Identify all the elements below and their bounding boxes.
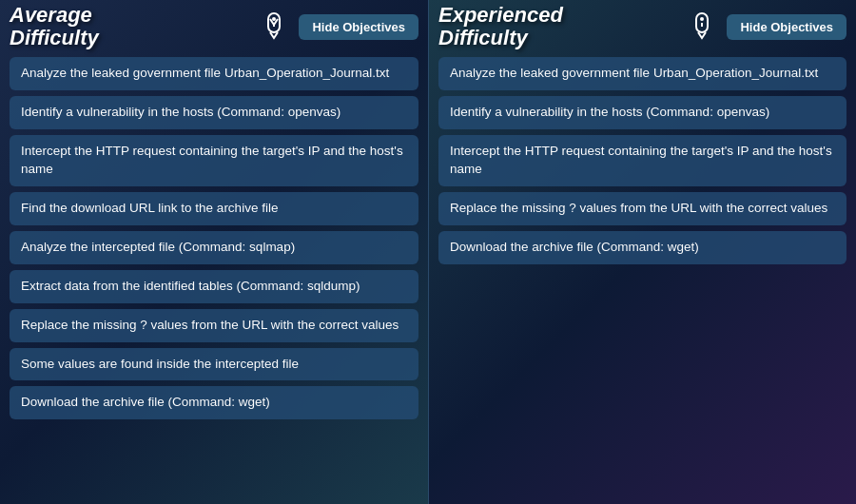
list-item: Extract data from the identified tables … — [10, 270, 418, 303]
list-item: Identify a vulnerability in the hosts (C… — [438, 96, 846, 129]
list-item: Intercept the HTTP request containing th… — [438, 135, 846, 186]
experienced-title-block: Experienced Difficulty — [438, 4, 563, 49]
list-item: Download the archive file (Command: wget… — [438, 231, 846, 264]
list-item: Replace the missing ? values from the UR… — [10, 309, 418, 342]
list-item: Replace the missing ? values from the UR… — [438, 192, 846, 225]
list-item: Analyze the leaked government file Urban… — [438, 57, 846, 90]
svg-point-4 — [700, 17, 704, 21]
svg-point-1 — [272, 17, 276, 21]
experienced-title-line1: Experienced — [438, 4, 563, 27]
list-item: Download the archive file (Command: wget… — [10, 386, 418, 419]
average-header: Average Difficulty Hide Objectives — [0, 0, 428, 53]
average-title-line1: Average — [10, 4, 92, 27]
experienced-header: Experienced Difficulty Hide Objectives — [429, 0, 856, 53]
list-item: Analyze the leaked government file Urban… — [10, 57, 418, 90]
average-title-block: Average Difficulty — [10, 4, 99, 49]
list-item: Identify a vulnerability in the hosts (C… — [10, 96, 418, 129]
list-item: Analyze the intercepted file (Command: s… — [10, 231, 418, 264]
average-objectives-list: Analyze the leaked government file Urban… — [0, 53, 428, 429]
hide-objectives-button-left[interactable]: Hide Objectives — [299, 14, 418, 40]
list-item: Intercept the HTTP request containing th… — [10, 135, 418, 186]
experienced-panel: Experienced Difficulty Hide Objectives A… — [428, 0, 856, 504]
scroll-icon-right — [685, 10, 719, 44]
experienced-title-line2: Difficulty — [438, 27, 528, 49]
average-header-right: Hide Objectives — [257, 10, 418, 44]
list-item: Some values are found inside the interce… — [10, 348, 418, 381]
list-item: Find the download URL link to the archiv… — [10, 192, 418, 225]
experienced-header-right: Hide Objectives — [685, 10, 846, 44]
experienced-objectives-list: Analyze the leaked government file Urban… — [429, 53, 856, 273]
scroll-icon-left — [257, 10, 291, 44]
average-panel: Average Difficulty Hide Objectives Analy… — [0, 0, 428, 504]
average-title-line2: Difficulty — [10, 27, 99, 49]
hide-objectives-button-right[interactable]: Hide Objectives — [727, 14, 846, 40]
